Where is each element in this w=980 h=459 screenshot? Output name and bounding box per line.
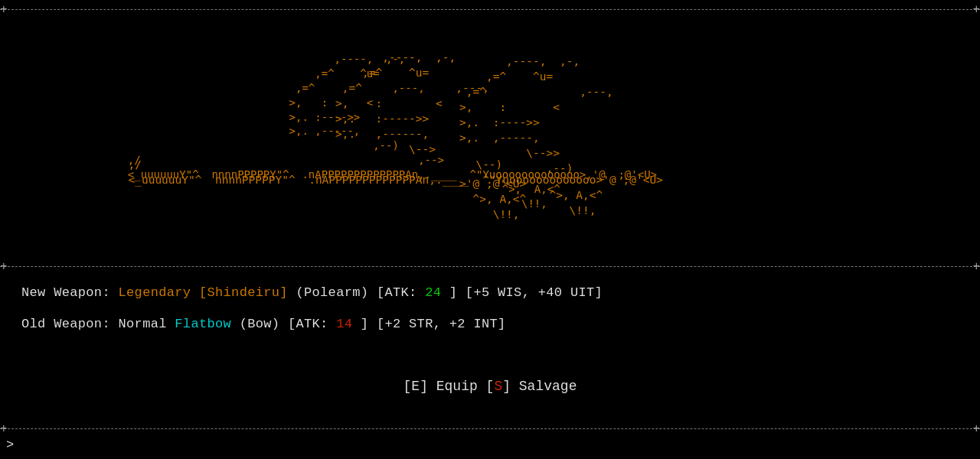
old-weapon-label: Old Weapon:	[21, 317, 110, 331]
old-weapon-atk-value: 14	[336, 317, 352, 331]
old-weapon-bonuses: ] [+2 STR, +2 INT]	[361, 317, 506, 331]
new-weapon-rarity: Legendary	[119, 285, 191, 300]
salvage-button[interactable]: [S] Salvage	[486, 379, 577, 394]
old-weapon-name: Flatbow	[175, 317, 231, 331]
new-weapon-name: [Shindeiru]	[199, 285, 288, 300]
prompt-symbol: >	[6, 438, 14, 452]
command-prompt[interactable]: >	[6, 438, 14, 452]
new-weapon-atk-label: [ATK:	[377, 285, 417, 300]
new-weapon-atk-value: 24	[425, 285, 441, 300]
old-weapon-atk-label: [ATK:	[288, 317, 328, 331]
new-weapon-label: New Weapon:	[21, 285, 110, 300]
weapon-info-area: New Weapon: Legendary [Shindeiru] (Polea…	[0, 282, 980, 336]
old-weapon-line: Old Weapon: Normal Flatbow (Bow) [ATK: 1…	[21, 313, 959, 337]
actions-area: [E] Equip [S] Salvage	[0, 379, 980, 394]
old-weapon-rarity: Normal	[119, 317, 167, 331]
new-weapon-bonuses: ] [+5 WIS, +40 UIT]	[449, 285, 603, 300]
new-weapon-line: New Weapon: Legendary [Shindeiru] (Polea…	[21, 282, 959, 305]
old-weapon-type: (Bow)	[240, 317, 280, 331]
main-ascii-art: ,----, ,-, ,=^ ^u= ,=^ ,---, >, : <	[0, 50, 663, 218]
equip-button[interactable]: [E] Equip	[403, 379, 478, 394]
new-weapon-type: (Polearm)	[296, 285, 368, 300]
